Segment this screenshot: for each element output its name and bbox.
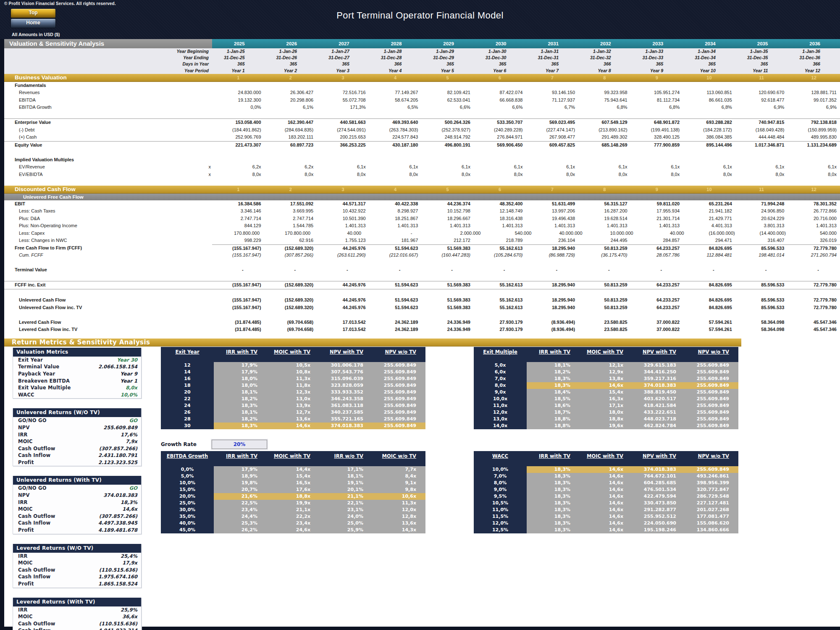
cell: 6,1x bbox=[683, 163, 735, 171]
cell: 35,0% bbox=[161, 513, 214, 520]
cell: 430.187.180 bbox=[369, 142, 422, 149]
cell: 10.000.000 bbox=[586, 230, 637, 237]
valuation-table: Valuation & Sensitivity Analysis20252026… bbox=[4, 39, 840, 333]
cell: 685.148.269 bbox=[578, 142, 631, 149]
cell: 10.152.798 bbox=[421, 207, 474, 215]
cell: 255.609.849 bbox=[685, 362, 738, 369]
cell: 19.496.438 bbox=[526, 215, 578, 223]
sensitivity-row: 8,0%18,3%14,6x604.285.685398.956.399 bbox=[474, 480, 738, 486]
sensitivity-row: 5,0x18,1%12,1x329.615.183255.609.849 bbox=[474, 362, 738, 369]
cell: 323.828.059 bbox=[320, 382, 373, 389]
cell: 64.233.257 bbox=[631, 244, 683, 252]
cell: 1.401.313 bbox=[317, 222, 369, 230]
cell: 10,0% bbox=[161, 480, 214, 486]
cell: 16 bbox=[161, 375, 214, 382]
cell: (184.491.862) bbox=[212, 126, 265, 134]
subsection-header: Unlevered Free Cash Flow bbox=[4, 194, 840, 200]
metric-value: 10,0% bbox=[121, 391, 137, 399]
cell: 267.908.477 bbox=[526, 134, 578, 141]
cell: 18,3% bbox=[527, 520, 580, 527]
sensitivity-row: 11,5%18,3%14,6x255.952.512177.081.477 bbox=[474, 513, 738, 520]
cell: 1-Jan-25 bbox=[212, 48, 265, 55]
table-row: Enterprise Value153.058.400162.390.44744… bbox=[4, 118, 840, 126]
cell: - bbox=[369, 266, 422, 274]
cell: 12,3x bbox=[267, 389, 320, 396]
growth-rate-control: Growth Rate 20% bbox=[161, 440, 267, 449]
cell: Year 12 bbox=[788, 68, 840, 74]
cell bbox=[212, 82, 265, 89]
cell: 21,1x bbox=[267, 507, 320, 513]
cell: 18,8x bbox=[267, 493, 320, 500]
cell: - bbox=[735, 266, 788, 274]
cell: 45,0% bbox=[161, 527, 214, 533]
metric-row: Exit YearYear 30 bbox=[13, 357, 141, 364]
metric-label: MOIC bbox=[18, 559, 122, 567]
cell: 92.618.477 bbox=[735, 97, 788, 104]
sensitivity-row: 10,0x18,5%16,3x403.620.517255.609.849 bbox=[474, 396, 738, 402]
cell: 248.914.792 bbox=[421, 134, 474, 141]
metric-value: 18,3% bbox=[121, 499, 137, 506]
cell: 271.260.794 bbox=[788, 252, 840, 259]
period-number: 1 bbox=[212, 186, 265, 193]
sensitivity-row: 10,5%18,3%14,6x330.473.850227.127.481 bbox=[474, 500, 738, 507]
cell: 18,3% bbox=[527, 500, 580, 507]
sensitivity-row: 13,0x18,8%18,8x448.023.718255.609.849 bbox=[474, 416, 738, 423]
cell: 764.672.101 bbox=[633, 473, 685, 480]
cell: 23,4x bbox=[267, 520, 320, 527]
cell: 31-Dec-34 bbox=[683, 55, 735, 61]
metric-row: MOIC36,6x bbox=[13, 613, 141, 620]
year-cell: 2029 bbox=[421, 39, 474, 48]
cell: 55.072.708 bbox=[317, 97, 369, 104]
period-number: 6 bbox=[474, 186, 526, 193]
cell: 55.162.613 bbox=[474, 297, 526, 304]
cell: (152.689.320) bbox=[265, 297, 317, 304]
cell: 8,0x bbox=[526, 171, 578, 178]
cell: 218.789 bbox=[474, 237, 526, 244]
period-number: 11 bbox=[735, 186, 788, 193]
cell: (263.611.290) bbox=[317, 252, 369, 259]
cell: (155.167.947) bbox=[212, 244, 265, 252]
copyright-text: © Profit Vision Financial Services. All … bbox=[4, 1, 116, 6]
section-header-label: Business Valuation bbox=[4, 74, 212, 81]
cell: 540.000 bbox=[789, 230, 840, 237]
cell: (155.167.947) bbox=[212, 252, 265, 259]
cell: 14,6x bbox=[580, 520, 633, 527]
cell: (155.167.947) bbox=[212, 304, 265, 312]
cell bbox=[631, 82, 683, 89]
cell: - bbox=[474, 266, 526, 274]
cell: 9,0x bbox=[474, 389, 527, 396]
cell bbox=[788, 156, 840, 164]
cell: 44.245.976 bbox=[317, 281, 369, 289]
column-header: MOIC with TV bbox=[267, 451, 320, 461]
growth-rate-input[interactable]: 20% bbox=[212, 440, 267, 449]
cell bbox=[421, 82, 474, 89]
cell: 31-Dec-28 bbox=[369, 55, 422, 61]
cell: 44.245.976 bbox=[317, 297, 369, 304]
sensitivity-row: 7,0%18,3%14,6x764.672.101493.246.861 bbox=[474, 473, 738, 480]
home-button[interactable]: Home bbox=[10, 18, 56, 28]
metric-label: Cash Inflow bbox=[18, 452, 98, 459]
cell: 14,6x bbox=[580, 507, 633, 513]
cell: 365 bbox=[631, 61, 683, 67]
sensitivity-header-row: Exit MultipleIRR with TVMOIC with TVNPV … bbox=[474, 347, 738, 357]
cell: 31-Dec-35 bbox=[735, 55, 788, 61]
unit-marker: x bbox=[209, 163, 211, 171]
metric-row: WACC10,0% bbox=[13, 391, 141, 399]
cell: 26,2% bbox=[214, 527, 267, 533]
metric-row: Cash Inflow4.497.338.945 bbox=[13, 520, 141, 527]
cell: 365 bbox=[265, 61, 317, 67]
cell: 6,5% bbox=[369, 104, 422, 111]
cell: 84.826.695 bbox=[683, 244, 735, 252]
metric-label: Cash Outflow bbox=[18, 513, 99, 520]
cell: (168.049.428) bbox=[735, 126, 788, 134]
cell: 25,9% bbox=[320, 527, 373, 533]
cell: 113.060.851 bbox=[683, 89, 735, 97]
cell: 533.350.707 bbox=[474, 119, 526, 126]
cell: 255.609.849 bbox=[685, 466, 738, 473]
top-button[interactable]: Top bbox=[10, 8, 56, 18]
sensitivity-row: 35,0%24,4%22,2x24,0%12,8x bbox=[161, 513, 425, 520]
cell: 0,0% bbox=[212, 104, 265, 111]
cell: 224.577.843 bbox=[369, 134, 422, 141]
cell: 162.390.447 bbox=[265, 119, 317, 126]
metric-label: NPV bbox=[18, 492, 103, 499]
